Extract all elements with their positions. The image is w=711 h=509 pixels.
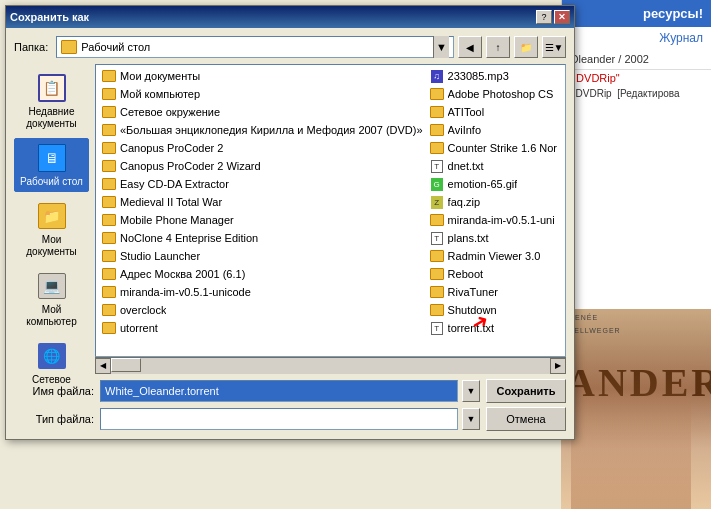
list-item[interactable]: Tdnet.txt xyxy=(426,157,563,175)
file-item-name: dnet.txt xyxy=(448,160,484,172)
file-icon xyxy=(101,285,117,299)
file-item-name: utorrent xyxy=(120,322,158,334)
filename-input[interactable] xyxy=(100,380,458,402)
list-item[interactable]: ATITool xyxy=(426,103,563,121)
file-item-name: miranda-im-v0.5.1-unicode xyxy=(120,286,251,298)
list-item[interactable]: miranda-im-v0.5.1-unicode xyxy=(98,283,426,301)
list-item[interactable]: Zfaq.zip xyxy=(426,193,563,211)
sidebar-item-desktop[interactable]: 🖥 Рабочий стол xyxy=(14,138,89,192)
file-icon xyxy=(101,267,117,281)
file-item-name: faq.zip xyxy=(448,196,480,208)
file-item-name: Mobile Phone Manager xyxy=(120,214,234,226)
file-icon xyxy=(101,231,117,245)
list-item[interactable]: Мои документы xyxy=(98,67,426,85)
bg-dvd1: / DVDRip" xyxy=(562,70,711,86)
up-button[interactable]: ↑ xyxy=(486,36,510,58)
file-item-name: «Большая энциклопедия Кирилла и Мефодия … xyxy=(120,124,423,136)
folder-combo-text: Рабочий стол xyxy=(81,41,429,53)
sidebar-item-recent[interactable]: 📋 Недавние документы xyxy=(14,68,89,134)
list-item[interactable]: Сетевое окружение xyxy=(98,103,426,121)
list-item[interactable]: Easy CD-DA Extractor xyxy=(98,175,426,193)
save-button[interactable]: Сохранить xyxy=(486,379,566,403)
file-icon xyxy=(101,213,117,227)
list-item[interactable]: overclock xyxy=(98,301,426,319)
list-item[interactable]: Adobe Photoshop CS xyxy=(426,85,563,103)
list-item[interactable]: Mobile Phone Manager xyxy=(98,211,426,229)
file-col-right: ♫233085.mp3Adobe Photoshop CSATIToolAviI… xyxy=(426,67,563,337)
list-item[interactable]: ♫233085.mp3 xyxy=(426,67,563,85)
file-item-name: miranda-im-v0.5.1-uni xyxy=(448,214,555,226)
list-item[interactable]: Мой компьютер xyxy=(98,85,426,103)
hscroll-thumb[interactable] xyxy=(111,358,141,372)
hscrollbar[interactable]: ◀ ▶ xyxy=(95,357,566,373)
file-item-name: Canopus ProCoder 2 xyxy=(120,142,223,154)
hscroll-track xyxy=(111,358,550,374)
list-item[interactable]: miranda-im-v0.5.1-uni xyxy=(426,211,563,229)
file-item-name: NoClone 4 Enteprise Edition xyxy=(120,232,258,244)
list-item[interactable]: Radmin Viewer 3.0 xyxy=(426,247,563,265)
file-item-name: Shutdown xyxy=(448,304,497,316)
list-item[interactable]: Ttorrent.txt xyxy=(426,319,563,337)
file-icon xyxy=(429,303,445,317)
bg-zellweger: ZELLWEGER xyxy=(569,327,621,334)
filetype-input[interactable] xyxy=(100,408,458,430)
folder-combo[interactable]: Рабочий стол ▼ xyxy=(56,36,454,58)
file-item-name: Studio Launcher xyxy=(120,250,200,262)
list-item[interactable]: utorrent xyxy=(98,319,426,337)
bg-person-silhouette xyxy=(571,359,691,509)
list-item[interactable]: Reboot xyxy=(426,265,563,283)
file-item-name: Адрес Москва 2001 (6.1) xyxy=(120,268,245,280)
file-icon xyxy=(429,123,445,137)
filetype-combo-btn[interactable]: ▼ xyxy=(462,408,480,430)
view-button[interactable]: ☰▼ xyxy=(542,36,566,58)
folder-combo-arrow[interactable]: ▼ xyxy=(433,36,449,58)
file-col-left: Мои документыМой компьютерСетевое окруже… xyxy=(98,67,426,337)
file-icon xyxy=(429,285,445,299)
cancel-button[interactable]: Отмена xyxy=(486,407,566,431)
file-grid: Мои документыМой компьютерСетевое окруже… xyxy=(96,65,565,339)
new-folder-button[interactable]: 📁 xyxy=(514,36,538,58)
file-item-name: RivaTuner xyxy=(448,286,498,298)
form-area: Имя файла: ▼ Сохранить Тип файла: ▼ Отме… xyxy=(14,379,566,431)
list-item[interactable]: NoClone 4 Enteprise Edition xyxy=(98,229,426,247)
content-area: 📋 Недавние документы 🖥 Рабочий стол 📁 Мо… xyxy=(14,64,566,373)
list-item[interactable]: RivaTuner xyxy=(426,283,563,301)
folder-label: Папка: xyxy=(14,41,48,53)
file-item-name: Reboot xyxy=(448,268,483,280)
close-button[interactable]: ✕ xyxy=(554,10,570,24)
file-icon xyxy=(101,195,117,209)
list-item[interactable]: AviInfo xyxy=(426,121,563,139)
folder-toolbar: Папка: Рабочий стол ▼ ◀ ↑ 📁 ☰▼ xyxy=(14,36,566,58)
list-item[interactable]: Studio Launcher xyxy=(98,247,426,265)
file-icon xyxy=(429,87,445,101)
file-item-name: Мой компьютер xyxy=(120,88,200,100)
list-item[interactable]: Адрес Москва 2001 (6.1) xyxy=(98,265,426,283)
back-button[interactable]: ◀ xyxy=(458,36,482,58)
sidebar-item-mydocs[interactable]: 📁 Мои документы xyxy=(14,196,89,262)
file-item-name: emotion-65.gif xyxy=(448,178,518,190)
list-item[interactable]: Canopus ProCoder 2 Wizard xyxy=(98,157,426,175)
hscroll-left-btn[interactable]: ◀ xyxy=(95,358,111,374)
list-item[interactable]: Canopus ProCoder 2 xyxy=(98,139,426,157)
file-icon: Z xyxy=(429,195,445,209)
filename-row: Имя файла: ▼ Сохранить xyxy=(14,379,566,403)
list-item[interactable]: Tplans.txt xyxy=(426,229,563,247)
recent-icon: 📋 xyxy=(36,72,68,104)
sidebar-item-mypc[interactable]: 💻 Мой компьютер xyxy=(14,266,89,332)
filename-combo-btn[interactable]: ▼ xyxy=(462,380,480,402)
file-item-name: Medieval II Total War xyxy=(120,196,222,208)
list-item[interactable]: Counter Strike 1.6 Nor xyxy=(426,139,563,157)
list-item[interactable]: Gemotion-65.gif xyxy=(426,175,563,193)
file-icon xyxy=(101,69,117,83)
file-panel[interactable]: Мои документыМой компьютерСетевое окруже… xyxy=(95,64,566,357)
help-button[interactable]: ? xyxy=(536,10,552,24)
mydocs-icon: 📁 xyxy=(36,200,68,232)
list-item[interactable]: Shutdown xyxy=(426,301,563,319)
list-item[interactable]: «Большая энциклопедия Кирилла и Мефодия … xyxy=(98,121,426,139)
list-item[interactable]: Medieval II Total War xyxy=(98,193,426,211)
hscroll-right-btn[interactable]: ▶ xyxy=(550,358,566,374)
sidebar: 📋 Недавние документы 🖥 Рабочий стол 📁 Мо… xyxy=(14,64,89,373)
file-item-name: Сетевое окружение xyxy=(120,106,220,118)
folder-icon xyxy=(61,40,77,54)
file-icon xyxy=(429,267,445,281)
